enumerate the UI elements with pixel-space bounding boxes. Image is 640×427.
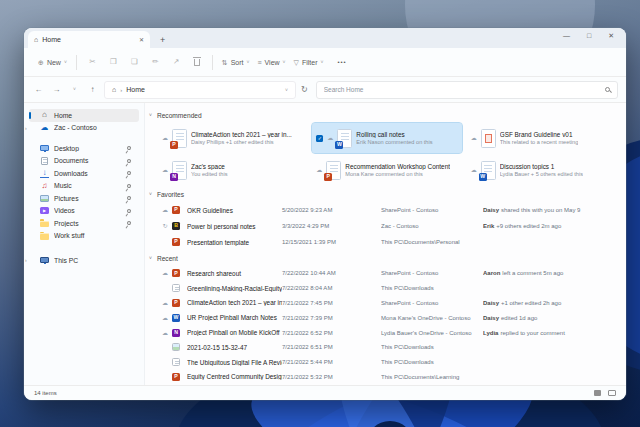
cloud-icon: ☁ [327, 135, 333, 141]
new-tab-button[interactable]: + [160, 36, 165, 45]
file-activity: Daisyshared this with you on May 9 [483, 207, 618, 213]
chevron-down-icon[interactable]: ˅ [285, 87, 288, 93]
cloud-icon: ☁ [158, 330, 172, 336]
file-row[interactable]: 2021-02-15 15-32-47 7/21/2022 6:51 PM Th… [158, 340, 618, 355]
sidebar-item-label: This PC [54, 257, 133, 264]
rename-button[interactable]: ✏ [145, 58, 166, 66]
folder-icon [40, 221, 49, 228]
details-view-icon[interactable] [594, 390, 601, 396]
sidebar-item-desktop[interactable]: Desktop [29, 142, 139, 155]
item-count: 14 items [34, 390, 57, 396]
file-activity: Daisy+1 other edited 2h ago [483, 300, 618, 306]
file-row[interactable]: ☁ P ClimateAction tech 2021 – year in re… [158, 296, 618, 311]
new-button[interactable]: ⊕ New ˅ [34, 59, 71, 66]
window-controls: — □ ✕ [563, 32, 614, 39]
file-row[interactable]: ↻ B Power bi personal notes 3/3/2022 4:2… [158, 218, 618, 234]
word-file-icon: W [337, 129, 352, 148]
sidebar-item-this-pc[interactable]: › This PC [29, 254, 139, 267]
recommended-card[interactable]: ☁ W Discussion topics 1 Lydia Bauer + 5 … [467, 155, 616, 185]
expand-chevron-icon[interactable]: › [25, 257, 27, 263]
expand-chevron-icon[interactable]: › [25, 125, 27, 131]
pin-icon [126, 158, 132, 164]
sidebar-item-onedrive[interactable]: › ☁ Zac - Contoso [29, 122, 139, 135]
refresh-button[interactable]: ↻ [301, 86, 308, 94]
file-name: The Ubiquitous Digital File A Review o..… [187, 359, 282, 366]
sidebar-item-projects[interactable]: Projects [29, 217, 139, 230]
home-icon: ⌂ [40, 111, 49, 119]
onenote-icon: N [172, 329, 180, 337]
maximize-button[interactable]: □ [587, 32, 591, 39]
file-row[interactable]: P Equity Centred Community Design 7/21/2… [158, 370, 618, 385]
file-name: Equity Centred Community Design [187, 373, 282, 380]
file-row[interactable]: ☁ W UR Project Pinball March Notes 7/21/… [158, 310, 618, 325]
section-header-recent[interactable]: ˅ Recent [149, 253, 618, 263]
recommended-card-selected[interactable]: ✓ ☁ W Rolling call notes Erik Nason comm… [312, 123, 461, 153]
tab-close-icon[interactable]: ✕ [139, 36, 144, 43]
card-subtitle: Mona Kane commented on this [345, 171, 450, 177]
breadcrumb-home[interactable]: Home [126, 86, 145, 93]
powerpoint-icon: P [172, 269, 180, 277]
recommended-card[interactable]: ☁ N Zac's space You edited this [158, 155, 307, 185]
sidebar-gap [24, 134, 144, 142]
file-location: SharePoint - Contoso [381, 300, 483, 306]
sort-button[interactable]: ⇅ Sort ˅ [218, 59, 254, 66]
card-title: Rolling call notes [356, 131, 432, 138]
minimize-button[interactable]: — [563, 32, 570, 39]
file-date: 7/21/2022 7:39 PM [282, 315, 381, 321]
recommended-card[interactable]: ☁ P ClimateAction tech 2021 – year in...… [158, 123, 307, 153]
file-location: This PC\Documents\Learning [381, 374, 483, 380]
sidebar-item-work-stuff[interactable]: Work stuff [29, 230, 139, 243]
file-date: 7/21/2022 7:45 PM [282, 300, 381, 306]
paste-button[interactable]: ❏ [124, 58, 145, 66]
file-name: UR Project Pinball March Notes [187, 314, 282, 321]
card-subtitle: Lydia Bauer + 5 others edited this [500, 171, 583, 177]
copy-button[interactable]: ❐ [103, 58, 124, 66]
view-button[interactable]: ≡ View ˅ [253, 59, 289, 66]
card-title: Recommendation Workshop Content [345, 163, 450, 170]
breadcrumb[interactable]: ⌂ › Home ˅ [104, 81, 296, 99]
app-badge: N [170, 173, 178, 181]
share-button[interactable]: ↗ [166, 58, 187, 66]
favorites-list: ☁ P OKR Guidelines 5/20/2022 9:23 AM Sha… [158, 202, 618, 250]
cut-button[interactable]: ✂ [82, 58, 103, 66]
recommended-card[interactable]: ☁ P Recommendation Workshop Content Mona… [312, 155, 461, 185]
activity-text: edited 1d ago [501, 315, 537, 321]
tab-label: Home [42, 36, 135, 43]
sidebar-item-videos[interactable]: ▶ Videos [29, 205, 139, 218]
large-icons-view-icon[interactable] [608, 390, 616, 396]
file-row[interactable]: The Ubiquitous Digital File A Review o..… [158, 355, 618, 370]
content-pane: ˅ Recommended ☁ P ClimateAction tech 202… [145, 103, 626, 385]
file-name: 2021-02-15 15-32-47 [187, 344, 282, 351]
section-header-recommended[interactable]: ˅ Recommended [149, 110, 618, 120]
file-row[interactable]: Greenlining-Making-Racial-Equity-Rea... … [158, 281, 618, 296]
section-header-favorites[interactable]: ˅ Favorites [149, 189, 618, 199]
sidebar-item-downloads[interactable]: ↓ Downloads [29, 167, 139, 180]
back-button[interactable]: ← [32, 86, 45, 94]
filter-button[interactable]: ▽ Filter ˅ [290, 59, 328, 66]
checkbox-checked[interactable]: ✓ [316, 135, 323, 142]
section-label: Recommended [157, 112, 202, 119]
tab-home[interactable]: ⌂ Home ✕ [28, 31, 150, 48]
sidebar-item-label: Work stuff [54, 232, 133, 239]
activity-user: Aaron [483, 270, 500, 276]
sidebar-item-home[interactable]: ⌂ Home [29, 109, 139, 122]
sidebar-item-music[interactable]: ♫ Music [29, 180, 139, 193]
delete-button[interactable] [194, 59, 200, 66]
more-options-button[interactable]: ••• [337, 59, 346, 65]
recent-locations-button[interactable]: ˅ [68, 87, 81, 92]
file-activity: Erik+9 others edited 2m ago [483, 223, 618, 229]
file-row[interactable]: ☁ N Project Pinball on Mobile KickOff 7/… [158, 325, 618, 340]
powerpoint-file-icon: P [172, 129, 187, 148]
recommended-card[interactable]: ☁ GSF Brand Guideline v01 This related t… [467, 123, 616, 153]
sidebar-item-documents[interactable]: Documents [29, 155, 139, 168]
sidebar-item-pictures[interactable]: Pictures [29, 192, 139, 205]
file-row[interactable]: P Presentation template 12/15/2021 1:39 … [158, 234, 618, 250]
forward-button[interactable]: → [50, 86, 63, 94]
file-row[interactable]: ☁ P OKR Guidelines 5/20/2022 9:23 AM Sha… [158, 202, 618, 218]
search-input[interactable] [324, 86, 605, 93]
chevron-down-icon: ˅ [64, 60, 67, 65]
up-button[interactable]: ↑ [86, 86, 99, 94]
file-row[interactable]: ☁ P Research shareout 7/22/2022 10:44 AM… [158, 266, 618, 281]
sort-label: Sort [231, 59, 244, 66]
close-button[interactable]: ✕ [608, 32, 614, 39]
